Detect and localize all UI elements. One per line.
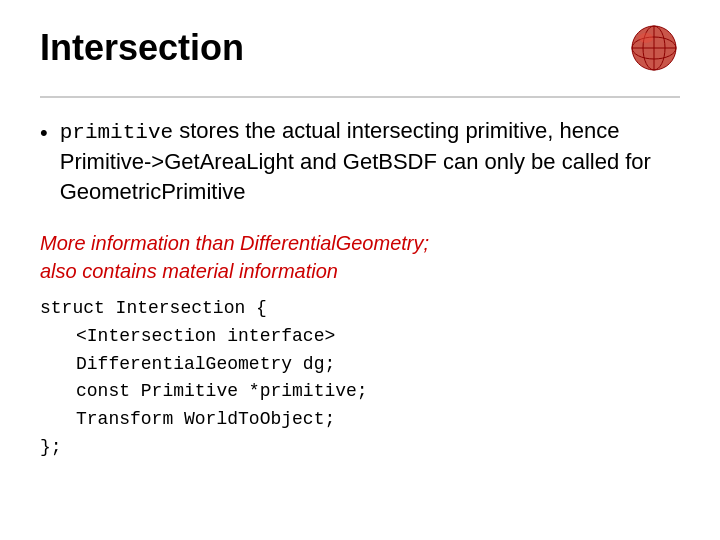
svg-point-6 xyxy=(639,33,653,43)
slide-title: Intersection xyxy=(40,28,244,68)
code-block: struct Intersection { <Intersection inte… xyxy=(40,295,680,462)
bullet-list: • primitive stores the actual intersecti… xyxy=(40,116,680,207)
code-line-5: Transform WorldToObject; xyxy=(40,406,680,434)
bullet-dot: • xyxy=(40,118,48,148)
bullet-text: primitive stores the actual intersecting… xyxy=(60,116,680,207)
code-line-4: const Primitive *primitive; xyxy=(40,378,680,406)
inline-code-primitive: primitive xyxy=(60,121,173,144)
header-section: Intersection xyxy=(40,28,680,98)
code-line-3: DifferentialGeometry dg; xyxy=(40,351,680,379)
code-line-1: struct Intersection { xyxy=(40,295,680,323)
code-line-2: <Intersection interface> xyxy=(40,323,680,351)
bullet-item: • primitive stores the actual intersecti… xyxy=(40,116,680,207)
content-section: • primitive stores the actual intersecti… xyxy=(40,116,680,462)
globe-logo-icon xyxy=(616,22,680,86)
more-info-text: More information than DifferentialGeomet… xyxy=(40,229,680,285)
code-line-6: }; xyxy=(40,434,680,462)
slide-container: Intersection • primitive stores the actu… xyxy=(0,0,720,540)
